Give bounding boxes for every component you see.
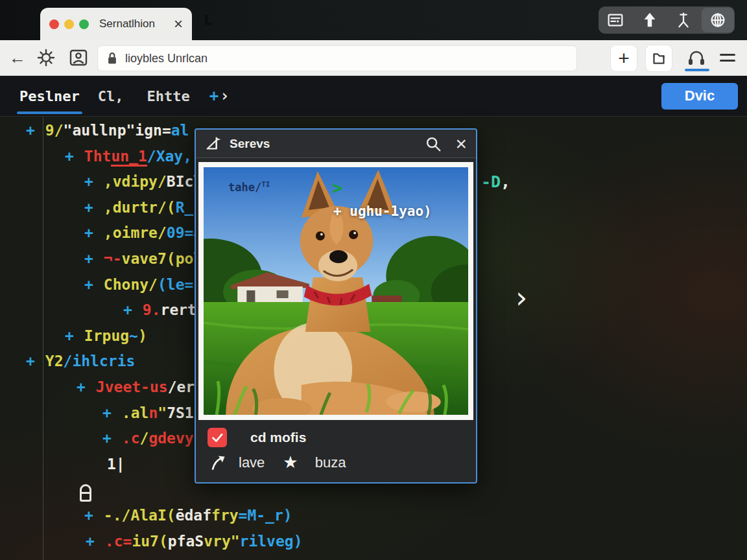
fold-plus-icon[interactable]: + xyxy=(84,224,93,241)
code-token: / xyxy=(140,430,149,447)
add-tab-icon[interactable]: + xyxy=(209,87,219,105)
profile-icon[interactable] xyxy=(65,43,92,72)
code-fragment-teal: -D, xyxy=(481,172,510,191)
code-token: (le= xyxy=(158,276,193,293)
fold-plus-icon[interactable]: + xyxy=(26,122,35,139)
fold-plus-icon[interactable]: + xyxy=(102,430,112,447)
active-tool-underline xyxy=(685,69,709,71)
editor-content: +9/"aullnp"ign=al+Thtun_1/Xay,+,vdipy/BI… xyxy=(0,117,747,560)
tab-cl[interactable]: Cl, xyxy=(98,76,124,116)
dog-photo[interactable]: tahe/TI > + ughu-1yao) xyxy=(204,167,468,415)
code-token: /ihlcris xyxy=(64,353,136,369)
tab-title: Sernatlhion xyxy=(99,18,155,30)
fold-plus-icon[interactable]: + xyxy=(26,353,35,369)
dialog-titlebar[interactable]: Serevs × xyxy=(196,130,476,158)
code-token: 9. xyxy=(143,301,161,318)
photo-frame: tahe/TI > + ughu-1yao) xyxy=(198,162,473,420)
fold-plus-icon[interactable]: + xyxy=(84,199,93,216)
fold-plus-icon[interactable]: + xyxy=(123,301,132,318)
photo-caption: + ughu-1yao) xyxy=(333,204,432,219)
dialog-title: Serevs xyxy=(230,137,270,151)
code-token: 1| xyxy=(107,456,125,472)
editor-tabbar: Peslner Cl, Ehtte + › Dvic xyxy=(0,76,747,117)
photo-chevron-icon[interactable]: > xyxy=(332,178,342,198)
code-token: Tht xyxy=(84,148,112,165)
menu-icon[interactable] xyxy=(717,48,738,67)
fold-plus-icon[interactable]: + xyxy=(65,148,74,165)
new-tab-button[interactable]: + xyxy=(611,45,637,71)
tab-close-icon[interactable]: × xyxy=(174,16,183,32)
lave-action[interactable]: lave xyxy=(239,454,265,471)
code-token: Y2 xyxy=(45,353,64,369)
photo-tag-label: tahe/TI xyxy=(228,180,270,194)
code-token: ,vdipy/ xyxy=(104,173,167,190)
code-token: pfaS xyxy=(168,533,204,550)
code-token: fry xyxy=(211,507,239,524)
code-token: vry" xyxy=(204,533,239,550)
fold-plus-icon[interactable]: + xyxy=(102,404,112,421)
traffic-light-zoom[interactable] xyxy=(79,19,89,29)
import-tab-icon[interactable] xyxy=(646,45,672,71)
code-token: -D xyxy=(481,172,501,191)
traffic-light-minimize[interactable] xyxy=(64,19,74,29)
code-token: ~ xyxy=(129,327,138,344)
antenna-icon[interactable] xyxy=(667,8,700,32)
code-token: .al xyxy=(122,404,149,421)
code-token: "aullnp"ign= xyxy=(64,122,171,139)
traffic-light-close[interactable] xyxy=(49,19,59,29)
code-token: ) xyxy=(138,327,147,344)
fold-plus-icon[interactable]: + xyxy=(84,276,93,293)
globe-icon[interactable] xyxy=(702,8,734,32)
code-token: , xyxy=(501,172,510,191)
capture-toolbar xyxy=(599,6,735,34)
code-token: 7S1 xyxy=(167,404,194,421)
code-token: Irpug xyxy=(84,327,129,344)
code-token: Chony/ xyxy=(104,276,158,293)
headset-icon[interactable] xyxy=(682,44,711,70)
search-icon[interactable] xyxy=(424,135,442,153)
gear-icon[interactable] xyxy=(32,43,60,72)
tab-overflow-chevron-icon[interactable]: › xyxy=(220,87,229,105)
code-line: +.c=iu7(pfaSvry"rilveg) xyxy=(0,533,747,559)
code-token: al xyxy=(171,122,189,139)
fold-plus-icon[interactable]: + xyxy=(84,250,93,267)
code-token: vave7(pol xyxy=(122,250,203,267)
fold-plus-icon[interactable]: + xyxy=(77,379,86,395)
browser-toolbar: ← lioybles Unrlcan + xyxy=(0,40,747,76)
check-icon xyxy=(209,430,225,445)
close-icon[interactable]: × xyxy=(455,134,467,154)
code-token: " xyxy=(158,404,167,421)
browser-tab[interactable]: Sernatlhion × xyxy=(40,8,192,40)
tab-ehtte[interactable]: Ehtte xyxy=(147,76,189,116)
code-token: /er xyxy=(168,379,195,395)
window-titlebar: Sernatlhion × L xyxy=(0,0,747,40)
checkbox-row: cd mofis xyxy=(208,428,476,447)
screen: { "theme": { "accent-blue": "#3b87e8", "… xyxy=(0,0,747,560)
url-bar[interactable]: lioybles Unrlcan xyxy=(97,45,577,71)
fold-plus-icon[interactable]: + xyxy=(84,173,93,190)
flag-wedge-icon xyxy=(205,135,223,153)
code-line: +-./AlaI(ēdaffry=M-_r) xyxy=(0,507,747,533)
fold-plus-icon[interactable]: + xyxy=(65,327,74,344)
checkbox[interactable] xyxy=(208,428,227,447)
code-token: n xyxy=(148,404,158,421)
checkbox-label: cd mofis xyxy=(250,430,306,445)
code-token: 9/ xyxy=(45,122,64,139)
dvic-button[interactable]: Dvic xyxy=(661,83,738,110)
url-text[interactable]: lioybles Unrlcan xyxy=(125,52,208,65)
reader-view-icon[interactable] xyxy=(599,8,632,32)
fold-plus-icon[interactable]: + xyxy=(84,507,93,524)
star-icon[interactable]: ★ xyxy=(283,452,298,472)
fold-plus-icon[interactable]: + xyxy=(86,533,95,550)
upload-arrow-icon[interactable] xyxy=(634,8,666,32)
arrow-up-right-icon[interactable] xyxy=(209,454,227,472)
site-security-icon xyxy=(106,51,119,66)
code-token: ¬- xyxy=(104,250,122,267)
actions-row: lave ★ buza xyxy=(209,452,476,472)
tab-peslner[interactable]: Peslner xyxy=(19,76,80,116)
code-token: /Xay, xyxy=(147,148,192,165)
back-button[interactable]: ← xyxy=(4,43,31,72)
next-page-chevron-icon[interactable]: › xyxy=(516,280,527,315)
code-token: iu7( xyxy=(132,533,167,550)
buza-action[interactable]: buza xyxy=(315,454,346,471)
